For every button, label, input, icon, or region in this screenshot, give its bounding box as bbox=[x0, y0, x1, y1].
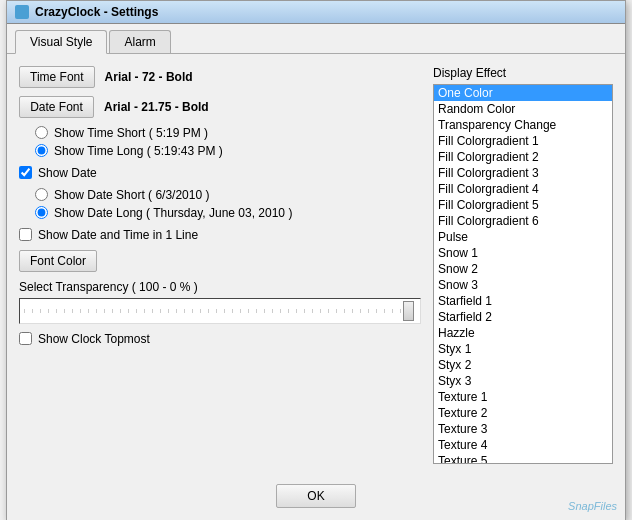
date-format-group: Show Date Short ( 6/3/2010 ) Show Date L… bbox=[35, 188, 421, 220]
effect-item[interactable]: Pulse bbox=[434, 229, 612, 245]
titlebar: CrazyClock - Settings bbox=[7, 1, 625, 24]
effect-item[interactable]: Fill Colorgradient 3 bbox=[434, 165, 612, 181]
show-time-short-label: Show Time Short ( 5:19 PM ) bbox=[54, 126, 208, 140]
time-format-group: Show Time Short ( 5:19 PM ) Show Time Lo… bbox=[35, 126, 421, 158]
effect-item[interactable]: Fill Colorgradient 4 bbox=[434, 181, 612, 197]
effect-item[interactable]: Hazzle bbox=[434, 325, 612, 341]
right-panel: Display Effect One ColorRandom ColorTran… bbox=[433, 66, 613, 464]
show-time-long-item: Show Time Long ( 5:19:43 PM ) bbox=[35, 144, 421, 158]
show-time-short-radio[interactable] bbox=[35, 126, 48, 139]
watermark: SnapFiles bbox=[568, 500, 617, 512]
effect-item[interactable]: Fill Colorgradient 2 bbox=[434, 149, 612, 165]
date-font-value: Arial - 21.75 - Bold bbox=[104, 100, 209, 114]
show-date-long-radio[interactable] bbox=[35, 206, 48, 219]
effect-item[interactable]: Starfield 2 bbox=[434, 309, 612, 325]
display-effect-label: Display Effect bbox=[433, 66, 613, 80]
effect-item[interactable]: Snow 2 bbox=[434, 261, 612, 277]
font-color-button[interactable]: Font Color bbox=[19, 250, 97, 272]
show-date-long-label: Show Date Long ( Thursday, June 03, 2010… bbox=[54, 206, 292, 220]
show-time-long-radio[interactable] bbox=[35, 144, 48, 157]
effect-list[interactable]: One ColorRandom ColorTransparency Change… bbox=[433, 84, 613, 464]
effect-item[interactable]: Random Color bbox=[434, 101, 612, 117]
app-icon bbox=[15, 5, 29, 19]
show-clock-topmost-item: Show Clock Topmost bbox=[19, 332, 421, 346]
effect-item[interactable]: Snow 3 bbox=[434, 277, 612, 293]
effect-item[interactable]: Styx 1 bbox=[434, 341, 612, 357]
time-font-row: Time Font Arial - 72 - Bold bbox=[19, 66, 421, 88]
effect-item[interactable]: Texture 3 bbox=[434, 421, 612, 437]
show-date-short-item: Show Date Short ( 6/3/2010 ) bbox=[35, 188, 421, 202]
slider-track bbox=[24, 309, 416, 313]
ok-btn-row: OK bbox=[7, 476, 625, 520]
date-font-button[interactable]: Date Font bbox=[19, 96, 94, 118]
show-time-long-label: Show Time Long ( 5:19:43 PM ) bbox=[54, 144, 223, 158]
tab-bar: Visual Style Alarm bbox=[7, 24, 625, 54]
show-date-short-label: Show Date Short ( 6/3/2010 ) bbox=[54, 188, 209, 202]
effect-item[interactable]: Texture 4 bbox=[434, 437, 612, 453]
date-font-row: Date Font Arial - 21.75 - Bold bbox=[19, 96, 421, 118]
font-color-row: Font Color bbox=[19, 250, 421, 272]
content-area: Time Font Arial - 72 - Bold Date Font Ar… bbox=[7, 54, 625, 476]
effect-item[interactable]: Texture 5 bbox=[434, 453, 612, 464]
effect-item[interactable]: One Color bbox=[434, 85, 612, 101]
show-date-time-1line-item: Show Date and Time in 1 Line bbox=[19, 228, 421, 242]
show-clock-topmost-checkbox[interactable] bbox=[19, 332, 32, 345]
show-date-item: Show Date bbox=[19, 166, 421, 180]
main-window: CrazyClock - Settings Visual Style Alarm… bbox=[6, 0, 626, 520]
effect-item[interactable]: Styx 3 bbox=[434, 373, 612, 389]
time-font-value: Arial - 72 - Bold bbox=[105, 70, 193, 84]
show-time-short-item: Show Time Short ( 5:19 PM ) bbox=[35, 126, 421, 140]
effect-item[interactable]: Snow 1 bbox=[434, 245, 612, 261]
tab-alarm[interactable]: Alarm bbox=[109, 30, 170, 53]
time-font-button[interactable]: Time Font bbox=[19, 66, 95, 88]
effect-item[interactable]: Fill Colorgradient 6 bbox=[434, 213, 612, 229]
show-date-time-1line-checkbox[interactable] bbox=[19, 228, 32, 241]
effect-item[interactable]: Starfield 1 bbox=[434, 293, 612, 309]
show-date-label: Show Date bbox=[38, 166, 97, 180]
show-date-short-radio[interactable] bbox=[35, 188, 48, 201]
ok-button[interactable]: OK bbox=[276, 484, 356, 508]
effect-item[interactable]: Texture 2 bbox=[434, 405, 612, 421]
show-clock-topmost-label: Show Clock Topmost bbox=[38, 332, 150, 346]
show-date-checkbox[interactable] bbox=[19, 166, 32, 179]
show-date-long-item: Show Date Long ( Thursday, June 03, 2010… bbox=[35, 206, 421, 220]
effect-item[interactable]: Fill Colorgradient 5 bbox=[434, 197, 612, 213]
effect-item[interactable]: Texture 1 bbox=[434, 389, 612, 405]
transparency-label: Select Transparency ( 100 - 0 % ) bbox=[19, 280, 421, 294]
transparency-section: Select Transparency ( 100 - 0 % ) bbox=[19, 280, 421, 324]
transparency-slider-container bbox=[19, 298, 421, 324]
window-title: CrazyClock - Settings bbox=[35, 5, 158, 19]
tab-visual-style[interactable]: Visual Style bbox=[15, 30, 107, 54]
effect-item[interactable]: Transparency Change bbox=[434, 117, 612, 133]
effect-item[interactable]: Styx 2 bbox=[434, 357, 612, 373]
effect-item[interactable]: Fill Colorgradient 1 bbox=[434, 133, 612, 149]
left-panel: Time Font Arial - 72 - Bold Date Font Ar… bbox=[19, 66, 421, 464]
show-date-time-1line-label: Show Date and Time in 1 Line bbox=[38, 228, 198, 242]
slider-thumb[interactable] bbox=[403, 301, 414, 321]
